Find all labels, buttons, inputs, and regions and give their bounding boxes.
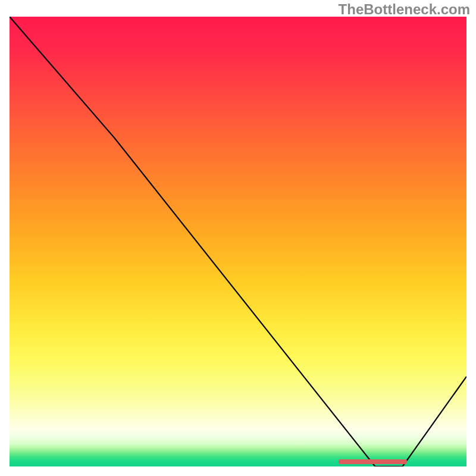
- watermark: TheBottleneck.com: [339, 1, 470, 18]
- chart-container: TheBottleneck.com: [0, 0, 476, 476]
- bottleneck-marker: [339, 459, 407, 464]
- curve-svg: [10, 17, 466, 466]
- plot-area: [10, 17, 466, 466]
- performance-curve: [10, 17, 466, 466]
